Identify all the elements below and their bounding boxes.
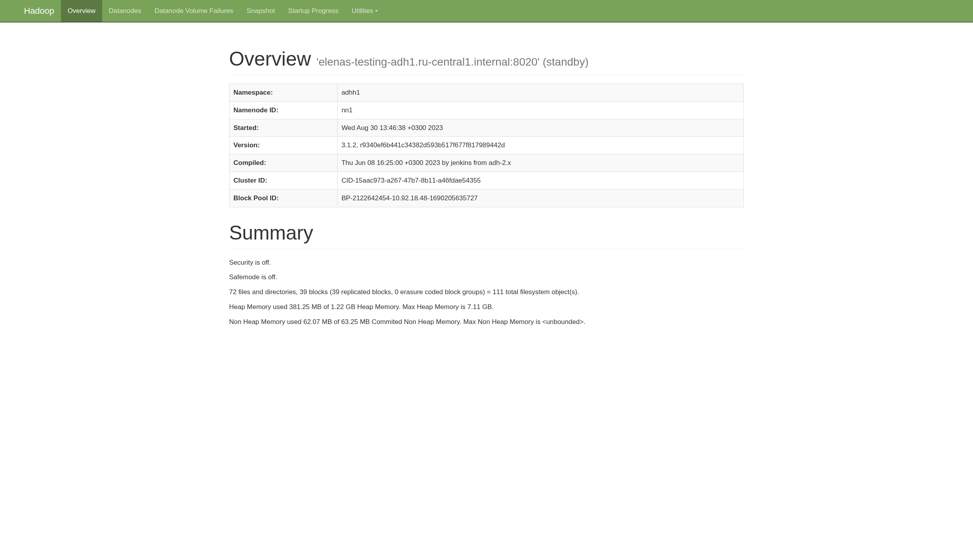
table-row: Block Pool ID: BP-2122642454-10.92.18.48…: [229, 189, 744, 207]
table-row: Namespace: adhh1: [229, 84, 744, 102]
summary-line-safemode: Safemode is off.: [229, 273, 744, 282]
nav-item-volume-failures: Datanode Volume Failures: [148, 0, 240, 22]
summary-line-heap: Heap Memory used 381.25 MB of 1.22 GB He…: [229, 302, 744, 312]
overview-header: Overview 'elenas-testing-adh1.ru-central…: [229, 48, 744, 75]
main-container: Overview 'elenas-testing-adh1.ru-central…: [223, 48, 750, 327]
nav-link-volume-failures[interactable]: Datanode Volume Failures: [148, 0, 240, 22]
row-value-namenode-id: nn1: [337, 101, 744, 119]
nav-item-overview: Overview: [61, 0, 102, 22]
overview-table: Namespace: adhh1 Namenode ID: nn1 Starte…: [229, 84, 744, 207]
nav-link-utilities[interactable]: Utilities: [345, 0, 385, 22]
summary-text: Security is off. Safemode is off. 72 fil…: [229, 258, 744, 327]
caret-down-icon: [375, 10, 378, 12]
summary-title: Summary: [229, 221, 744, 244]
brand-link[interactable]: Hadoop: [18, 0, 60, 22]
nav-item-datanodes: Datanodes: [102, 0, 148, 22]
overview-title-text: Overview: [229, 48, 311, 70]
row-value-cluster-id: CID-15aac973-a267-47b7-8b11-a46fdae54355: [337, 172, 744, 189]
row-value-version: 3.1.2, r9340ef6b441c34382d593b517f677f81…: [337, 137, 744, 154]
row-label-started: Started:: [229, 119, 338, 137]
nav-list: Overview Datanodes Datanode Volume Failu…: [61, 0, 385, 22]
page-title: Overview 'elenas-testing-adh1.ru-central…: [229, 48, 744, 70]
row-value-namespace: adhh1: [337, 84, 744, 102]
summary-header: Summary: [229, 221, 744, 249]
nav-item-snapshot: Snapshot: [240, 0, 282, 22]
row-label-namespace: Namespace:: [229, 84, 338, 102]
main-navbar: Hadoop Overview Datanodes Datanode Volum…: [0, 0, 973, 22]
row-value-compiled: Thu Jun 08 16:25:00 +0300 2023 by jenkin…: [337, 154, 744, 172]
table-row: Cluster ID: CID-15aac973-a267-47b7-8b11-…: [229, 172, 744, 189]
nav-link-utilities-label: Utilities: [352, 7, 373, 15]
nav-link-overview[interactable]: Overview: [61, 0, 102, 22]
row-label-cluster-id: Cluster ID:: [229, 172, 338, 189]
nav-item-startup-progress: Startup Progress: [281, 0, 345, 22]
row-label-version: Version:: [229, 137, 338, 154]
summary-line-security: Security is off.: [229, 258, 744, 267]
nav-link-startup-progress[interactable]: Startup Progress: [281, 0, 345, 22]
summary-line-nonheap: Non Heap Memory used 62.07 MB of 63.25 M…: [229, 317, 744, 327]
table-row: Namenode ID: nn1: [229, 101, 744, 119]
row-label-namenode-id: Namenode ID:: [229, 101, 338, 119]
table-row: Version: 3.1.2, r9340ef6b441c34382d593b5…: [229, 137, 744, 154]
table-row: Started: Wed Aug 30 13:46:38 +0300 2023: [229, 119, 744, 137]
nav-link-snapshot[interactable]: Snapshot: [240, 0, 282, 22]
overview-subtitle: 'elenas-testing-adh1.ru-central1.interna…: [316, 56, 588, 68]
nav-item-utilities: Utilities: [345, 0, 385, 22]
row-label-compiled: Compiled:: [229, 154, 338, 172]
row-value-block-pool-id: BP-2122642454-10.92.18.48-1690205635727: [337, 189, 744, 207]
row-label-block-pool-id: Block Pool ID:: [229, 189, 338, 207]
nav-link-datanodes[interactable]: Datanodes: [102, 0, 148, 22]
summary-line-files: 72 files and directories, 39 blocks (39 …: [229, 287, 744, 297]
table-row: Compiled: Thu Jun 08 16:25:00 +0300 2023…: [229, 154, 744, 172]
row-value-started: Wed Aug 30 13:46:38 +0300 2023: [337, 119, 744, 137]
